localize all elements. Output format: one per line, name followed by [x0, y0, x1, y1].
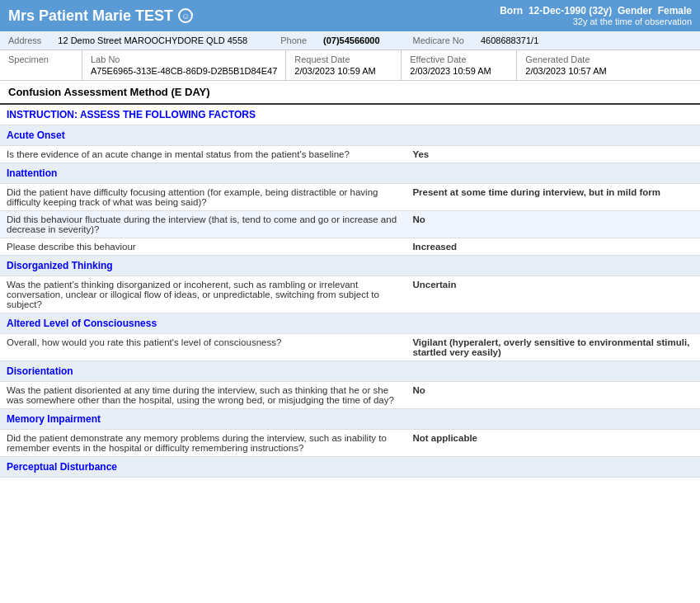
question-text: Did this behaviour fluctuate during the … — [0, 211, 406, 238]
generated-date-cell: Generated Date 2/03/2023 10:57 AM — [517, 50, 632, 80]
category-row: Disorientation — [0, 361, 700, 382]
header-patient-info: Born 12-Dec-1990 (32y) Gender Female 32y… — [500, 5, 692, 26]
medicare-label: Medicare No — [413, 35, 464, 45]
question-row: Please describe this behaviour Increased — [0, 238, 700, 256]
born-line: Born 12-Dec-1990 (32y) Gender Female — [500, 5, 692, 16]
question-row: Was the patient's thinking disorganized … — [0, 276, 700, 313]
answer-text: Vigilant (hyperalert, overly sensitive t… — [406, 334, 700, 361]
answer-text: Yes — [406, 146, 700, 163]
question-row: Overall, how would you rate this patient… — [0, 334, 700, 361]
info-bar: Address 12 Demo Street MAROOCHYDORE QLD … — [0, 31, 700, 50]
question-row: Did the patient demonstrate any memory p… — [0, 430, 700, 457]
specimen-row: Specimen Lab No A75E6965-313E-48CB-86D9-… — [0, 50, 700, 81]
assessment-title: Confusion Assessment Method (E DAY) — [0, 81, 700, 105]
question-text: Please describe this behaviour — [0, 238, 406, 256]
question-text: Is there evidence of an acute change in … — [0, 146, 406, 163]
request-date-cell: Request Date 2/03/2023 10:59 AM — [286, 50, 402, 80]
request-date-label: Request Date — [294, 54, 392, 64]
phone-label: Phone — [280, 35, 307, 45]
born-label: Born — [500, 5, 523, 16]
category-label: Perceptual Disturbance — [0, 457, 700, 478]
generated-date-value: 2/03/2023 10:57 AM — [525, 66, 606, 76]
patient-name-text: Mrs Patient Marie TEST — [8, 7, 173, 25]
patient-icon: ☺ — [178, 8, 193, 23]
question-row: Was the patient disoriented at any time … — [0, 382, 700, 409]
category-label: Inattention — [0, 163, 700, 184]
effective-date-label: Effective Date — [410, 54, 508, 64]
category-row: Acute Onset — [0, 125, 700, 146]
lab-no-cell: Lab No A75E6965-313E-48CB-86D9-D2B5B1D84… — [82, 50, 286, 80]
question-row: Did the patient have difficulty focusing… — [0, 184, 700, 211]
category-row: Disorganized Thinking — [0, 256, 700, 276]
answer-text: Increased — [406, 238, 700, 256]
address-value: 12 Demo Street MAROOCHYDORE QLD 4558 — [58, 35, 247, 45]
category-label: Altered Level of Consciousness — [0, 313, 700, 334]
category-label: Memory Impairment — [0, 409, 700, 430]
instruction-text: INSTRUCTION: ASSESS THE FOLLOWING FACTOR… — [0, 105, 700, 125]
header-bar: Mrs Patient Marie TEST ☺ Born 12-Dec-199… — [0, 0, 700, 31]
age-note: 32y at the time of observation — [500, 16, 692, 26]
instruction-row: INSTRUCTION: ASSESS THE FOLLOWING FACTOR… — [0, 105, 700, 125]
phone-value: (07)54566000 — [323, 35, 380, 45]
effective-date-value: 2/03/2023 10:59 AM — [410, 66, 491, 76]
patient-name-block: Mrs Patient Marie TEST ☺ — [8, 7, 193, 25]
generated-date-label: Generated Date — [525, 54, 624, 64]
specimen-label: Specimen — [8, 54, 73, 64]
assessment-table: INSTRUCTION: ASSESS THE FOLLOWING FACTOR… — [0, 105, 700, 478]
category-label: Disorganized Thinking — [0, 256, 700, 276]
question-text: Did the patient demonstrate any memory p… — [0, 430, 406, 457]
question-text: Was the patient's thinking disorganized … — [0, 276, 406, 313]
answer-text: Not applicable — [406, 430, 700, 457]
answer-text: No — [406, 211, 700, 238]
born-date: 12-Dec-1990 (32y) — [529, 5, 612, 16]
question-row: Is there evidence of an acute change in … — [0, 146, 700, 163]
answer-text: Uncertain — [406, 276, 700, 313]
effective-date-cell: Effective Date 2/03/2023 10:59 AM — [402, 50, 517, 80]
category-row: Altered Level of Consciousness — [0, 313, 700, 334]
lab-no-label: Lab No — [91, 54, 277, 64]
question-text: Overall, how would you rate this patient… — [0, 334, 406, 361]
medicare-value: 4608688371/1 — [481, 35, 538, 45]
category-label: Disorientation — [0, 361, 700, 382]
specimen-label-cell: Specimen — [0, 50, 82, 80]
question-row: Did this behaviour fluctuate during the … — [0, 211, 700, 238]
gender-label: Gender — [618, 5, 652, 16]
question-text: Did the patient have difficulty focusing… — [0, 184, 406, 211]
category-row: Perceptual Disturbance — [0, 457, 700, 478]
category-row: Inattention — [0, 163, 700, 184]
gender-value: Female — [658, 5, 692, 16]
answer-text: No — [406, 382, 700, 409]
lab-no-value: A75E6965-313E-48CB-86D9-D2B5B1D84E47 — [91, 66, 277, 76]
answer-text: Present at some time during interview, b… — [406, 184, 700, 211]
request-date-value: 2/03/2023 10:59 AM — [294, 66, 375, 76]
category-row: Memory Impairment — [0, 409, 700, 430]
address-label: Address — [8, 35, 41, 45]
question-text: Was the patient disoriented at any time … — [0, 382, 406, 409]
category-label: Acute Onset — [0, 125, 700, 146]
